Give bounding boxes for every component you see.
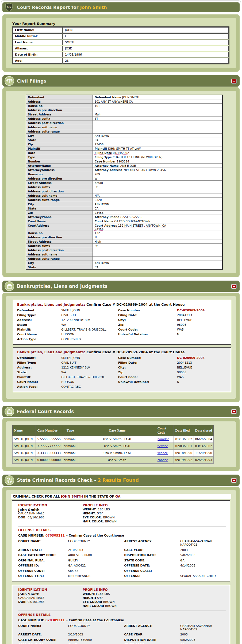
profile-column: PROFILE INFOWEIGHT: 183 LBSHEIGHT: 5'8"E… [83,588,226,608]
field-label: Zip: [118,323,177,327]
minus-icon [233,411,235,412]
field-label: ARREST AGENCY: [124,624,180,631]
civil-row: AttorneyPhoneAttorney Phone (555) 555-55… [26,215,222,219]
scales-of-justice-icon [5,76,14,86]
field-label: CourtName [26,219,93,223]
dob-label: DOB: [18,516,28,519]
field-label: CourtAddress [26,223,93,231]
civil-row: House no789 [26,172,222,176]
field-label: OFFENSE: [124,574,180,578]
check-line-state: GA [115,495,120,498]
date-closed-cell: 02/25/1993 [194,457,213,464]
collapse-bankruptcies-button[interactable] [231,284,236,289]
record-heading-category: Bankruptcies, Liens and Judgments: [17,302,85,307]
court-code-link[interactable]: wiedce [158,451,168,455]
offense-fields-grid: COURT NAME:COOK COUNTYARREST AGENCY:CHAT… [18,540,226,578]
civil-row: Address pre directionN [26,235,222,239]
subject-description: CAUCASIAN MALE [18,512,83,516]
field-label: WEIGHT: [83,592,98,596]
date-filed-cell: 09/18/1990 [174,450,194,457]
field-value: Plaintiff JOHN SMITH TT AT LAW [93,146,222,151]
field-value: GUILTY [68,559,124,562]
field-value: CA [93,138,222,142]
case-number-cell: 7:77777777777 [36,443,62,450]
field-value [93,121,222,125]
collapse-civil-filings-button[interactable] [231,79,236,83]
date-closed-cell: 03/14/2002 [194,443,213,450]
court-code-link[interactable]: candce [158,458,168,462]
page-title-text: Court Records Report for [17,5,79,10]
field-value: St [93,244,222,248]
field-value [93,257,222,261]
cis-shield-logo-icon: CIS [5,3,13,11]
record-heading: Bankruptcies, Liens and Judgments:Confir… [17,350,228,354]
field-label: Date of Birth: [13,52,63,57]
civil-row: Address suit name [26,125,222,129]
field-value: ANYTOWN [93,261,222,265]
collapse-criminal-button[interactable] [231,478,236,483]
field-value: Attorney Address 789 ANY ST, ANYTOWN 234… [93,168,222,172]
civil-row: Street AddressMain [26,112,222,117]
civil-filings-header-bar: Civil Filings [2,75,240,87]
court-code-link[interactable]: txwdce [158,444,168,448]
field-label: Address pre direction [26,108,93,112]
field-value: CHATHAM-SAVANNAH NARCOTICS [180,540,226,546]
field-label: Defendant: [17,356,61,360]
case-name-cell: Usa V. Smith , Et Al [78,436,156,443]
profile-heading: PROFILE INFO [83,588,226,592]
field-label: AttorneyAddress [26,168,93,172]
field-value: MISDEMEANOR [68,574,124,578]
identification-heading: IDENTIFICATION [18,503,83,507]
column-header: Case Number [36,425,62,436]
court-code-cell: wiedce [156,450,174,457]
field-value: 2320 [93,198,222,202]
summary-row: Last Name:SMITH [13,40,229,45]
field-label: CASE YEAR: [124,548,180,552]
collapse-federal-button[interactable] [231,409,236,414]
field-value: COOK COUNTY [68,540,124,546]
field-label: EYE COLOR: [83,516,103,519]
minus-icon [233,286,235,287]
field-value: HUDSON [61,333,118,336]
field-label: Court Code: [118,375,177,379]
summary-heading: Your Report Summary [12,22,233,26]
field-label: ARREST DATE: [18,633,68,636]
field-value: ANYTOWN [93,134,222,138]
field-value: WA [61,323,118,327]
date-closed-cell: 06/26/2004 [194,436,213,443]
federal-header-bar: Federal Court Records [2,406,240,417]
identification-column: IDENTIFICATIONJohn SmithCAUCASIAN MALEDO… [18,503,83,523]
field-value: ARREST 850600 [68,553,124,557]
field-value-bold-prefix: Case Number [95,160,117,163]
field-value: N [93,235,222,239]
record-heading-confirm: Confirm Case # DC-020969-2004 at the Cou… [86,350,185,354]
field-value: N [177,380,228,384]
record-fields-grid: Defendant:SMITH, JOHNCase Number:DC-0209… [17,309,228,341]
case-name-cell: Usa V. Smith [78,457,156,464]
field-value: GILLBERT, TRAVIS & DRISCOLL [61,375,118,379]
field-label: Defendant: [17,309,61,312]
field-label: Address suffix [26,244,93,248]
field-label: COURT NAME: [18,540,68,546]
field-value: SMITH [63,40,229,45]
field-value: E. [63,33,229,39]
court-code-link[interactable]: pamdce [158,437,169,441]
field-value [93,189,222,193]
field-value: BELLEVUE [177,318,228,322]
bankruptcies-panel: Bankruptcies, Liens and Judgments:Confir… [2,293,240,402]
field-value: 1212 KENNEDY BLV [61,366,118,369]
field-value: 789 [93,172,222,176]
profile-row: EYE COLOR: BROWN [83,600,226,604]
civil-row: AttorneyNameAttorney Name JANE E DOE [26,164,222,168]
civil-row: Address pre direction [26,108,222,112]
field-label: Address suffix [26,117,93,121]
check-line-prefix: CRIMINAL CHECK FOR ALL [13,495,60,498]
field-label: ARREST AGENCY: [124,540,180,546]
federal-record-row: SMITH, JOHN7:77777777777criminalUsa V.Sm… [13,443,214,450]
field-label: Address suit name [26,193,93,198]
field-value: Filing Date 01/14/2002 [93,151,222,155]
case-number-note: - Confirm Case at the Courthouse [66,618,124,622]
criminal-blocks-container: IDENTIFICATIONJohn SmithCAUCASIAN MALEDO… [9,500,233,644]
field-value: 20041213 [177,313,228,317]
civil-row: Address suite range [26,129,222,134]
